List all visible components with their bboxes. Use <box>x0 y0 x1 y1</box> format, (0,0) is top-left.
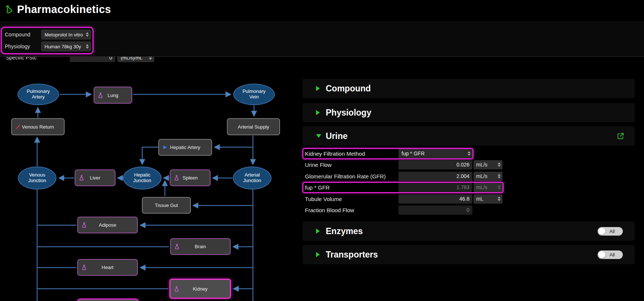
param-row-kidney-filtration-method: Kidney Filtration Method fup * GFR <box>302 148 474 159</box>
toggle-label: All <box>609 252 615 258</box>
diagram-node-hepatic-artery[interactable]: Hepatic Artery <box>158 139 212 156</box>
panel-compound-header[interactable]: Compound <box>303 79 635 98</box>
panel-physiology-header[interactable]: Physiology <box>303 103 635 122</box>
enzymes-all-toggle[interactable]: All <box>598 227 623 236</box>
diagram-node-heart[interactable]: Heart <box>77 259 138 276</box>
node-label: Brain <box>195 244 206 249</box>
compound-label: Compound <box>2 32 41 38</box>
node-label: Kidney <box>193 286 208 292</box>
panel-title: Compound <box>326 84 371 94</box>
node-label: Pulmonary Artery <box>23 89 53 100</box>
diagram-node-kidney[interactable]: Kidney <box>169 279 231 299</box>
diagram-node-venous-return[interactable]: Venous Return <box>11 118 65 135</box>
stepper-icon[interactable] <box>86 44 89 49</box>
panel-title: Physiology <box>326 108 371 118</box>
physiology-selector-row: Physiology Human 78kg 30y <box>2 41 92 52</box>
chevron-right-icon <box>316 252 320 257</box>
physiology-select[interactable]: Human 78kg 30y <box>41 42 91 51</box>
param-label: Glomerular Filtration Rate (GFR) <box>303 173 397 179</box>
kidney-filtration-method-select[interactable]: fup * GFR <box>399 149 472 158</box>
pharmacokinetics-app: Pharmacokinetics Compound Metoprolol In … <box>0 0 644 301</box>
fraction-blood-flow-input: 0 <box>399 205 472 215</box>
diagram-node-arterial-junction[interactable]: Arterial Junction <box>233 166 271 190</box>
panel-transporters-header[interactable]: Transporters All <box>303 245 635 264</box>
diagram-node-arterial-supply[interactable]: Arterial Supply <box>227 118 280 135</box>
compound-flask-icon <box>98 93 103 98</box>
panel-urine-header[interactable]: Urine <box>303 126 635 146</box>
open-external-icon[interactable] <box>617 132 624 140</box>
transporters-all-toggle[interactable]: All <box>598 250 623 259</box>
physiology-select-value: Human 78kg 30y <box>45 44 81 49</box>
diagram-node-lung[interactable]: Lung <box>94 87 132 104</box>
stepper-icon[interactable] <box>498 162 501 167</box>
node-label: Heart <box>102 265 114 270</box>
urine-flow-unit-select[interactable]: mL/s <box>474 160 502 169</box>
diagram-node-adipose[interactable]: Adipose <box>77 217 138 233</box>
diagram-node-tissue-gut[interactable]: Tissue Gut <box>142 197 191 214</box>
toggle-label: All <box>609 229 615 234</box>
physiology-label: Physiology <box>2 43 41 49</box>
node-label: Adipose <box>99 222 116 228</box>
urine-flow-input[interactable]: 0.026 <box>399 160 472 169</box>
toggle-knob-icon <box>598 228 605 235</box>
diagram-node-pulmonary-vein[interactable]: Pulmonary Vein <box>233 84 275 105</box>
stepper-icon[interactable] <box>468 151 471 156</box>
chevron-right-icon <box>316 86 320 91</box>
node-label: Spleen <box>183 175 198 181</box>
param-row-fup-gfr: fup * GFR 1.783 mL/s <box>302 181 504 193</box>
compound-select-value: Metoprolol In vitro <box>45 32 83 38</box>
node-label: Arterial Junction <box>237 172 267 184</box>
unit-value: mL/s <box>476 184 487 190</box>
red-line-icon <box>15 124 21 130</box>
compound-flask-icon <box>79 175 84 181</box>
diagram-node-spleen[interactable]: Spleen <box>170 169 211 186</box>
diagram-node-venous-junction[interactable]: Venous Junction <box>18 166 56 190</box>
tubule-volume-unit-select[interactable]: mL <box>474 194 502 204</box>
diagram-node-brain[interactable]: Brain <box>170 238 231 255</box>
param-row-fraction-blood-flow: Fraction Blood Flow 0 <box>302 204 474 216</box>
panel-title: Transporters <box>326 250 378 260</box>
stepper-icon <box>498 185 501 190</box>
highlight-box: Kidney Filtration Method fup * GFR <box>302 148 474 159</box>
chevron-down-icon <box>316 134 321 138</box>
highlight-box: fup * GFR 1.783 mL/s <box>302 182 504 193</box>
param-row-gfr: Glomerular Filtration Rate (GFR) 2.004 m… <box>302 170 504 182</box>
node-label: Hepatic Junction <box>127 172 157 184</box>
tubule-volume-input[interactable]: 46.8 <box>399 194 472 204</box>
panel-title: Enzymes <box>326 226 363 236</box>
param-label: Tubule Volume <box>303 196 397 202</box>
panel-enzymes-header[interactable]: Enzymes All <box>303 221 635 241</box>
node-label: Tissue Gut <box>155 203 178 208</box>
chevron-right-icon <box>316 110 320 115</box>
diagram-node-liver[interactable]: Liver <box>75 169 116 186</box>
panel-title: Urine <box>326 131 348 141</box>
compound-physiology-selectors: Compound Metoprolol In vitro Physiology … <box>1 27 94 54</box>
compound-flask-icon <box>174 286 179 292</box>
param-label: Kidney Filtration Method <box>303 150 397 157</box>
stepper-icon[interactable] <box>498 174 501 178</box>
param-label: Urine Flow <box>303 162 397 168</box>
fup-gfr-input: 1.783 <box>399 183 472 192</box>
unit-value: mL/s <box>476 162 487 168</box>
param-row-tubule-volume: Tubule Volume 46.8 mL <box>302 193 504 205</box>
node-label: Hepatic Artery <box>170 145 201 150</box>
chevron-right-icon <box>316 229 320 234</box>
compound-flask-icon <box>174 175 179 181</box>
blue-arrow-icon <box>162 145 168 150</box>
node-label: Venous Return <box>22 124 54 130</box>
stepper-icon[interactable] <box>498 197 501 201</box>
gfr-input[interactable]: 2.004 <box>399 172 472 181</box>
diagram-node-partial-bottom[interactable] <box>77 298 139 301</box>
param-label: fup * GFR <box>303 184 397 191</box>
compound-flask-icon <box>81 265 87 270</box>
unit-value: mL <box>476 196 483 202</box>
compound-select[interactable]: Metoprolol In vitro <box>41 30 91 39</box>
stepper-icon[interactable] <box>86 32 89 37</box>
compound-flask-icon <box>174 244 180 249</box>
diagram-node-pulmonary-artery[interactable]: Pulmonary Artery <box>17 84 59 105</box>
diagram-node-hepatic-junction[interactable]: Hepatic Junction <box>123 166 162 190</box>
gfr-unit-select[interactable]: mL/s <box>474 172 502 181</box>
param-label: Fraction Blood Flow <box>303 207 397 213</box>
node-label: Lung <box>108 93 118 98</box>
toggle-knob-icon <box>598 251 605 258</box>
